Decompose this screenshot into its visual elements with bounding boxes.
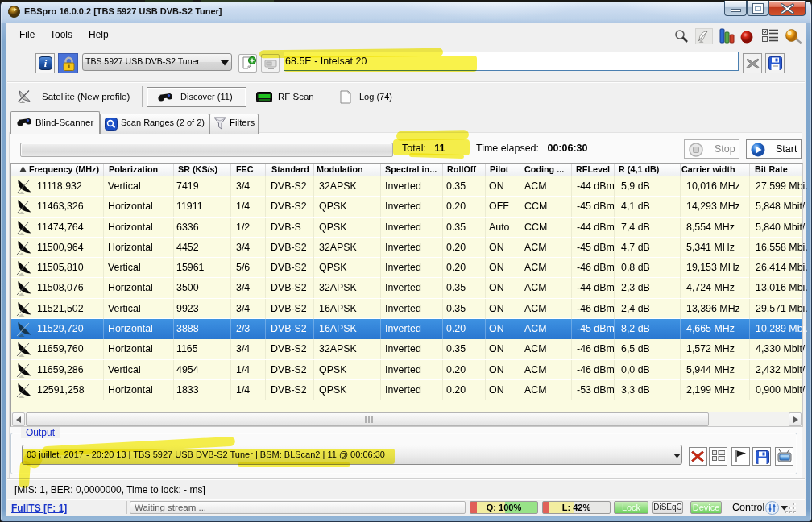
svg-text:i: i: [44, 57, 48, 69]
